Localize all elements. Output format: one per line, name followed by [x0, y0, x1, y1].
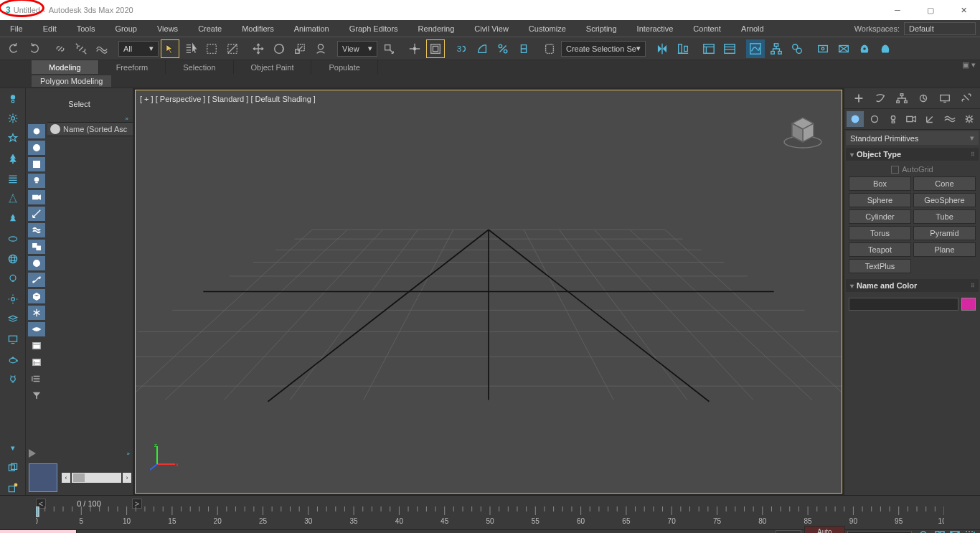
- cone-tree-icon[interactable]: [4, 192, 22, 206]
- scroll-left-icon[interactable]: ‹: [62, 473, 70, 483]
- filter-bone-icon[interactable]: [28, 273, 45, 287]
- loop-icon[interactable]: [4, 232, 22, 246]
- create-pyramid-button[interactable]: Pyramid: [913, 226, 976, 240]
- create-geosphere-button[interactable]: GeoSphere: [913, 193, 976, 207]
- menu-edit[interactable]: Edit: [33, 20, 67, 37]
- create-cylinder-button[interactable]: Cylinder: [849, 209, 911, 224]
- maxscript-listener[interactable]: MAXScript Min: [0, 530, 77, 533]
- scale-button[interactable]: [291, 39, 309, 58]
- display-hierarchy-icon[interactable]: [28, 339, 45, 353]
- ribbon-tab-populate[interactable]: Populate: [311, 60, 377, 74]
- tree-solid-icon[interactable]: [4, 212, 22, 226]
- render-setup-button[interactable]: [814, 39, 832, 58]
- menu-scripting[interactable]: Scripting: [576, 20, 627, 37]
- hierarchy-panel-tab[interactable]: [892, 90, 912, 106]
- menu-file[interactable]: File: [0, 20, 33, 37]
- align-button[interactable]: [674, 39, 692, 58]
- preview-thumbnail[interactable]: [29, 463, 57, 492]
- unlink-button[interactable]: [72, 39, 90, 58]
- spacewarps-category-icon[interactable]: [941, 111, 958, 127]
- select-object-button[interactable]: [161, 39, 179, 58]
- keyboard-shortcut-toggle[interactable]: [426, 39, 445, 58]
- menu-interactive[interactable]: Interactive: [627, 20, 684, 37]
- redo-button[interactable]: [25, 39, 44, 58]
- light-icon[interactable]: [4, 91, 22, 105]
- modify-panel-tab[interactable]: [870, 90, 890, 106]
- reference-coord-dropdown[interactable]: View▾: [337, 41, 377, 57]
- filter-all-icon[interactable]: [28, 124, 45, 138]
- close-button[interactable]: ✕: [947, 0, 980, 20]
- move-button[interactable]: [249, 39, 268, 58]
- create-tube-button[interactable]: Tube: [913, 209, 976, 224]
- menu-create[interactable]: Create: [188, 20, 232, 37]
- motion-panel-tab[interactable]: [913, 90, 933, 106]
- play-preview-icon[interactable]: [29, 449, 36, 458]
- ribbon-tab-freeform[interactable]: Freeform: [99, 60, 166, 74]
- schematic-view-button[interactable]: [767, 39, 786, 58]
- zoom-icon[interactable]: [918, 529, 932, 533]
- timeline-ruler[interactable]: 0510152025303540455055606570758085909510…: [36, 506, 944, 527]
- ribbon-tab-selection[interactable]: Selection: [166, 60, 233, 74]
- link-button[interactable]: [51, 39, 70, 58]
- sun-icon[interactable]: [4, 111, 22, 126]
- curve-editor-button[interactable]: [746, 39, 765, 58]
- autogrid-checkbox[interactable]: AutoGrid: [844, 162, 980, 176]
- helpers-category-icon[interactable]: [923, 111, 940, 127]
- scene-list-header[interactable]: Name (Sorted Asc: [47, 122, 133, 136]
- menu-arnold[interactable]: Arnold: [731, 20, 774, 37]
- bulb-wire-icon[interactable]: [4, 272, 22, 286]
- key-filter-selected-dropdown[interactable]: Selected: [847, 531, 912, 534]
- filter-helpers-icon[interactable]: [28, 207, 45, 221]
- filter-geometry-icon[interactable]: [28, 141, 45, 155]
- geometry-category-icon[interactable]: [847, 111, 864, 127]
- bulb-spark-icon[interactable]: [4, 372, 22, 387]
- menu-customize[interactable]: Customize: [519, 20, 576, 37]
- zoom-all-icon[interactable]: [933, 529, 947, 533]
- scroll-right-icon[interactable]: ›: [123, 473, 131, 483]
- zoom-extents-icon[interactable]: [948, 529, 962, 533]
- filter-spacewarps-icon[interactable]: [28, 223, 45, 237]
- lights-category-icon[interactable]: [885, 111, 902, 127]
- rotate-button[interactable]: [270, 39, 288, 58]
- layer-explorer-button[interactable]: [699, 39, 718, 58]
- selection-set-dropdown[interactable]: Create Selection Se▾: [561, 41, 646, 57]
- teapot-icon[interactable]: [4, 352, 22, 367]
- sun-wire-icon[interactable]: [4, 292, 22, 306]
- layers2-icon[interactable]: [4, 312, 22, 326]
- menu-tools[interactable]: Tools: [67, 20, 105, 37]
- filter-lights-icon[interactable]: [28, 174, 45, 188]
- create-subcategory-dropdown[interactable]: Standard Primitives: [846, 131, 979, 145]
- create-torus-button[interactable]: Torus: [849, 226, 911, 240]
- material-editor-button[interactable]: [788, 39, 806, 58]
- undo-button[interactable]: [4, 39, 23, 58]
- filter-frozen-icon[interactable]: [28, 306, 45, 320]
- ribbon-minimize-icon[interactable]: ▣ ▾: [962, 60, 976, 70]
- display-layers-icon[interactable]: [28, 372, 45, 386]
- create-box-button[interactable]: Box: [849, 176, 911, 191]
- selection-set-edit-button[interactable]: [540, 39, 559, 58]
- menu-group[interactable]: Group: [105, 20, 147, 37]
- tree-icon[interactable]: [4, 151, 22, 166]
- pivot-center-button[interactable]: [380, 39, 398, 58]
- manipulate-button[interactable]: [405, 39, 424, 58]
- ribbon-tab-object-paint[interactable]: Object Paint: [234, 60, 312, 74]
- render-production-button[interactable]: [855, 39, 874, 58]
- render-frame-button[interactable]: [834, 39, 853, 58]
- menu-animation[interactable]: Animation: [284, 20, 339, 37]
- utilities-panel-tab[interactable]: [956, 90, 976, 106]
- menu-views[interactable]: Views: [147, 20, 188, 37]
- autokey-button[interactable]: Auto Key: [804, 526, 845, 533]
- display-children-icon[interactable]: [28, 355, 45, 369]
- create-sphere-button[interactable]: Sphere: [849, 193, 911, 207]
- select-by-name-button[interactable]: [182, 39, 200, 58]
- collapse-handle-icon[interactable]: »: [26, 115, 133, 122]
- mirror-button[interactable]: [653, 39, 672, 58]
- monitor-icon[interactable]: [4, 332, 22, 346]
- maximize-button[interactable]: ▢: [914, 0, 947, 20]
- workspace-dropdown[interactable]: Default: [904, 22, 976, 35]
- select-window-crossing-button[interactable]: [223, 39, 242, 58]
- viewcube-icon[interactable]: [781, 108, 824, 151]
- thumbnail-scrollbar[interactable]: ‹ ›: [60, 471, 133, 484]
- collapse-handle-2-icon[interactable]: »: [127, 451, 130, 457]
- filter-shapes-icon[interactable]: [28, 157, 45, 171]
